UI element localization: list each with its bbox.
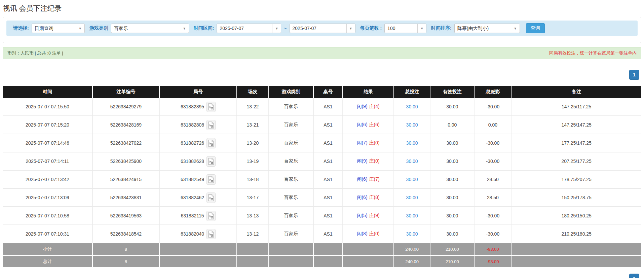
chevron-down-icon[interactable]: ▼ — [76, 24, 84, 33]
page-title: 视讯 会员下注纪录 — [3, 4, 62, 13]
filter-panel: 请选择: 日期查询 ▼ 游戏类别 百家乐 ▼ 时间区间: 2025-07-07 … — [3, 17, 641, 43]
cell-remark: 150.25/178.75 — [512, 189, 641, 206]
video-replay-icon[interactable] — [206, 120, 216, 130]
header-table-no: 桌号 — [314, 86, 343, 98]
query-type-value: 日期查询 — [32, 24, 76, 33]
table-body: 2025-07-07 07:15:50 522638429279 6318828… — [3, 98, 641, 243]
cell-payout: -30.00 — [475, 152, 512, 170]
cell-round-id: 631882040 — [160, 225, 237, 243]
chevron-down-icon[interactable]: ▼ — [417, 24, 426, 33]
video-replay-icon[interactable] — [206, 156, 216, 167]
video-replay-icon[interactable] — [206, 193, 216, 203]
chevron-down-icon[interactable]: ▼ — [346, 24, 355, 33]
chevron-down-icon[interactable]: ▼ — [272, 24, 281, 33]
cell-table-no: AS1 — [314, 207, 343, 224]
header-remark: 备注 — [512, 86, 641, 98]
page-button-1-bottom[interactable]: 1 — [629, 274, 639, 278]
page-size-select[interactable]: 100 ▼ — [384, 24, 426, 33]
cell-table-no: AS1 — [314, 98, 343, 115]
cell-round-id: 631882549 — [160, 171, 237, 188]
round-id: 631882628 — [181, 159, 204, 164]
cell-round-id: 631882808 — [160, 116, 237, 134]
time-range-label: 时间区间: — [194, 25, 214, 31]
cell-game: 百家乐 — [269, 134, 314, 152]
video-replay-icon[interactable] — [206, 211, 216, 221]
cell-bet-id: 522638418542 — [93, 225, 160, 243]
cell-time: 2025-07-07 07:13:09 — [3, 189, 93, 206]
total-label: 总计 — [3, 256, 93, 267]
game-type-select[interactable]: 百家乐 ▼ — [111, 24, 189, 33]
subtotal-count: 8 — [93, 243, 160, 255]
cell-result: 闲(8) 庄(0) — [343, 225, 394, 243]
search-button[interactable]: 查询 — [526, 23, 545, 33]
header-total-bet: 总投注 — [394, 86, 430, 98]
cell-bet-id: 522638427022 — [93, 134, 160, 152]
total-bet-link[interactable]: 30.00 — [406, 104, 418, 109]
cell-valid-bet: 30.00 — [430, 98, 475, 115]
page-button-1[interactable]: 1 — [629, 70, 639, 80]
sort-label: 时间排序: — [431, 25, 452, 31]
cell-time: 2025-07-07 07:14:46 — [3, 134, 93, 152]
cell-round-id: 631882462 — [160, 189, 237, 206]
cell-total-bet: 30.00 — [394, 225, 430, 243]
cell-bet-id: 522638423831 — [93, 189, 160, 206]
chevron-down-icon[interactable]: ▼ — [180, 24, 189, 33]
cell-time: 2025-07-07 07:14:11 — [3, 152, 93, 170]
cell-table-no: AS1 — [314, 116, 343, 134]
cell-valid-bet: 0.00 — [430, 116, 475, 134]
sort-select[interactable]: 降幂(由大到小) ▼ — [454, 24, 520, 33]
header-payout: 总派彩 — [475, 86, 512, 98]
cell-time: 2025-07-07 07:10:58 — [3, 207, 93, 224]
cell-valid-bet: 30.00 — [430, 171, 475, 188]
cell-payout: 0.00 — [475, 116, 512, 134]
cell-result: 闲(6) 庄(7) — [343, 171, 394, 188]
cell-remark: 180.25/150.25 — [512, 207, 641, 224]
cell-game: 百家乐 — [269, 171, 314, 188]
cell-payout: -30.00 — [475, 134, 512, 152]
chevron-down-icon[interactable]: ▼ — [511, 24, 520, 33]
header-round-id: 局号 — [160, 86, 237, 98]
subtotal-payout: -93.00 — [475, 243, 512, 255]
video-replay-icon[interactable] — [206, 102, 216, 112]
total-bet-link[interactable]: 30.00 — [406, 140, 418, 146]
total-count: 8 — [93, 256, 160, 267]
cell-table-no: AS1 — [314, 152, 343, 170]
cell-payout: -30.00 — [475, 98, 512, 115]
table-row: 2025-07-07 07:10:58 522638419563 6318821… — [3, 207, 641, 225]
filter-bar: 请选择: 日期查询 ▼ 游戏类别 百家乐 ▼ 时间区间: 2025-07-07 … — [6, 21, 638, 36]
result-player: 闲(7) — [357, 140, 367, 146]
date-from-select[interactable]: 2025-07-07 ▼ — [217, 24, 281, 33]
video-replay-icon[interactable] — [206, 138, 216, 148]
total-bet-link[interactable]: 30.00 — [406, 177, 418, 182]
video-replay-icon[interactable] — [206, 229, 216, 239]
round-id: 631882726 — [181, 140, 204, 146]
cell-payout: 28.50 — [475, 189, 512, 206]
result-player: 闲(8) — [357, 231, 367, 237]
date-to-select[interactable]: 2025-07-07 ▼ — [290, 24, 355, 33]
total-bet-link[interactable]: 30.00 — [406, 195, 418, 200]
header-valid-bet: 有效投注 — [430, 86, 475, 98]
total-total-bet: 240.00 — [394, 256, 430, 267]
cell-game: 百家乐 — [269, 207, 314, 224]
total-bet-link[interactable]: 30.00 — [406, 231, 418, 237]
table-row: 2025-07-07 07:14:46 522638427022 6318827… — [3, 134, 641, 152]
result-player: 闲(9) — [357, 104, 367, 110]
total-bet-link[interactable]: 30.00 — [406, 213, 418, 218]
page-size-label: 每页笔数 : — [360, 25, 382, 31]
total-bet-link[interactable]: 30.00 — [406, 122, 418, 128]
result-player: 闲(9) — [357, 158, 367, 164]
cell-result: 闲(5) 庄(9) — [343, 207, 394, 224]
round-id: 631882895 — [181, 104, 204, 109]
video-replay-icon[interactable] — [206, 174, 216, 185]
cell-valid-bet: 30.00 — [430, 134, 475, 152]
total-bet-link[interactable]: 30.00 — [406, 159, 418, 164]
summary-bar: 币别：人民币 | 总共 :8 注单 | 同局有效投注，统一计算在该局第一张注单内 — [3, 47, 641, 59]
query-type-select[interactable]: 日期查询 ▼ — [32, 24, 85, 33]
cell-session: 13-13 — [237, 207, 269, 224]
header-game: 游戏类别 — [269, 86, 314, 98]
cell-game: 百家乐 — [269, 116, 314, 134]
table-row: 2025-07-07 07:10:31 522638418542 6318820… — [3, 225, 641, 243]
table-row: 2025-07-07 07:13:42 522638424915 6318825… — [3, 171, 641, 189]
cell-session: 13-21 — [237, 116, 269, 134]
cell-table-no: AS1 — [314, 189, 343, 206]
